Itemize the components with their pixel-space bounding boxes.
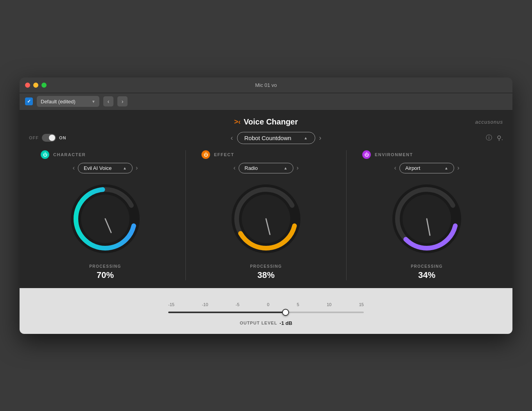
modules-row: ⏻ CHARACTER ‹ Evil AI Voice ▲ › xyxy=(20,150,512,288)
output-level-row: OUTPUT LEVEL -1 dB xyxy=(240,320,292,326)
maximize-button[interactable] xyxy=(41,83,47,88)
toggle-knob xyxy=(49,135,55,141)
main-window: Mic 01 vo Default (edited) ▼ ‹ › >‹ Voic… xyxy=(20,78,512,334)
preset-dropdown-label: Default (edited) xyxy=(41,99,75,105)
minimize-button[interactable] xyxy=(33,83,38,88)
power-toggle[interactable] xyxy=(42,134,56,142)
character-module: ⏻ CHARACTER ‹ Evil AI Voice ▲ › xyxy=(29,150,182,280)
info-icons: ⓘ ⚲. xyxy=(486,134,503,142)
output-level-label: OUTPUT LEVEL xyxy=(240,321,277,325)
window-title: Mic 01 vo xyxy=(255,82,277,88)
effect-module: ⏻ EFFECT ‹ Radio ▲ › xyxy=(190,150,342,280)
character-nav: ‹ Evil AI Voice ▲ › xyxy=(73,163,138,173)
divider-2 xyxy=(346,150,347,280)
preset-prev-button[interactable]: ‹ xyxy=(103,96,113,106)
environment-knob[interactable] xyxy=(388,180,466,258)
preset-dropdown-icon: ▲ xyxy=(304,136,308,140)
effect-nav: ‹ Radio ▲ › xyxy=(234,163,299,173)
toggle-on-label: ON xyxy=(59,135,66,140)
character-select[interactable]: Evil AI Voice ▲ xyxy=(78,163,133,173)
close-button[interactable] xyxy=(25,83,30,88)
effect-next-button[interactable]: › xyxy=(297,164,298,171)
power-toggle-container: OFF ON xyxy=(29,134,66,142)
character-title: CHARACTER xyxy=(53,152,86,157)
scale-mark-10: 10 xyxy=(327,302,331,307)
scale-mark-0: 0 xyxy=(267,302,269,307)
traffic-lights xyxy=(25,83,47,88)
effect-prev-button[interactable]: ‹ xyxy=(234,164,235,171)
divider-1 xyxy=(185,150,186,280)
preset-next-button[interactable]: › xyxy=(117,96,128,106)
environment-selected-label: Airport xyxy=(405,165,420,171)
preset-name-label: Robot Countdown xyxy=(244,135,291,141)
preset-nav-prev-button[interactable]: ‹ xyxy=(231,134,233,142)
character-power-button[interactable]: ⏻ xyxy=(41,150,49,159)
effect-select[interactable]: Radio ▲ xyxy=(239,163,293,173)
character-processing-value: 70% xyxy=(97,270,114,280)
environment-nav: ‹ Airport ▲ › xyxy=(394,163,460,173)
toggle-off-label: OFF xyxy=(29,135,39,140)
preset-nav-next-button[interactable]: › xyxy=(319,134,322,142)
plugin-header: >‹ Voice Changer accusonus xyxy=(20,110,512,132)
preset-dropdown[interactable]: Default (edited) ▼ xyxy=(37,96,99,107)
effect-header: ⏻ EFFECT xyxy=(201,150,234,159)
output-slider-track xyxy=(168,312,364,313)
character-header: ⏻ CHARACTER xyxy=(41,150,86,159)
effect-selected-label: Radio xyxy=(244,165,258,171)
environment-module: ⏻ ENVIRONMENT ‹ Airport ▲ › xyxy=(350,150,503,280)
effect-processing-label: PROCESSING xyxy=(250,264,282,269)
scale-marks: -15 -10 -5 0 5 10 15 xyxy=(168,302,364,307)
search-icon[interactable]: ⚲. xyxy=(497,134,503,142)
scale-mark-minus15: -15 xyxy=(168,302,174,307)
voice-changer-icon: >‹ xyxy=(234,118,241,126)
character-prev-button[interactable]: ‹ xyxy=(73,164,75,171)
scale-mark-15: 15 xyxy=(359,302,364,307)
plugin-title: >‹ Voice Changer xyxy=(234,117,298,126)
effect-knob[interactable] xyxy=(227,180,305,258)
environment-header: ⏻ ENVIRONMENT xyxy=(362,150,413,159)
character-selected-label: Evil AI Voice xyxy=(84,165,112,171)
environment-title: ENVIRONMENT xyxy=(375,152,413,157)
scale-mark-minus10: -10 xyxy=(202,302,208,307)
info-icon[interactable]: ⓘ xyxy=(486,134,492,142)
character-knob[interactable] xyxy=(66,180,144,258)
output-slider-container xyxy=(168,308,364,317)
output-slider-thumb[interactable] xyxy=(282,309,289,316)
effect-processing-value: 38% xyxy=(257,270,275,280)
character-next-button[interactable]: › xyxy=(136,164,138,171)
character-dropdown-icon: ▲ xyxy=(123,166,127,170)
plugin-title-text: Voice Changer xyxy=(244,117,298,126)
environment-dropdown-icon: ▲ xyxy=(444,166,448,170)
effect-power-button[interactable]: ⏻ xyxy=(201,150,210,159)
environment-prev-button[interactable]: ‹ xyxy=(394,164,396,171)
character-processing-label: PROCESSING xyxy=(89,264,121,269)
effect-title: EFFECT xyxy=(214,152,234,157)
brand-logo: accusonus xyxy=(475,119,503,125)
toolbar: Default (edited) ▼ ‹ › xyxy=(20,93,512,110)
scale-mark-minus5: -5 xyxy=(235,302,239,307)
chevron-down-icon: ▼ xyxy=(92,99,95,104)
title-bar: Mic 01 vo xyxy=(20,78,512,93)
output-section: -15 -10 -5 0 5 10 15 OUTPUT LEVEL -1 dB xyxy=(20,288,512,334)
scale-mark-5: 5 xyxy=(297,302,299,307)
environment-next-button[interactable]: › xyxy=(457,164,459,171)
environment-processing-label: PROCESSING xyxy=(411,264,443,269)
controls-row: OFF ON ‹ Robot Countdown ▲ › ⓘ ⚲. xyxy=(20,132,512,150)
environment-processing-value: 34% xyxy=(418,270,435,280)
wave-decoration xyxy=(207,294,325,302)
environment-select[interactable]: Airport ▲ xyxy=(399,163,454,173)
preset-nav: ‹ Robot Countdown ▲ › xyxy=(231,132,322,144)
preset-enable-checkbox[interactable] xyxy=(25,97,33,105)
effect-dropdown-icon: ▲ xyxy=(284,166,288,170)
preset-name-box[interactable]: Robot Countdown ▲ xyxy=(237,132,315,144)
plugin-body: >‹ Voice Changer accusonus OFF ON ‹ Robo… xyxy=(20,110,512,334)
output-level-value: -1 dB xyxy=(280,320,293,326)
environment-power-button[interactable]: ⏻ xyxy=(362,150,371,159)
